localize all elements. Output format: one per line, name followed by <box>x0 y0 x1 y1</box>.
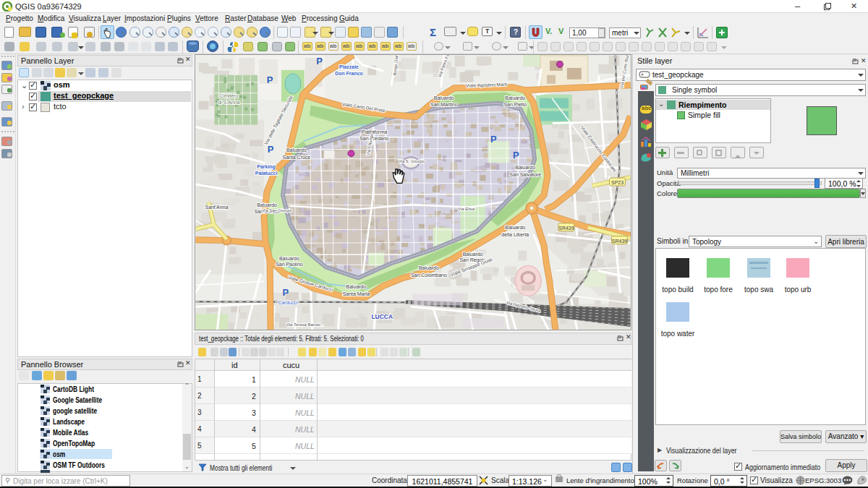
svg-text:Don Franco: Don Franco <box>335 71 363 76</box>
svg-text:P: P <box>513 150 519 160</box>
svg-text:Baluardo: Baluardo <box>505 95 525 100</box>
svg-text:Santa Croce: Santa Croce <box>283 155 311 160</box>
svg-text:Via San Giorgio: Via San Giorgio <box>262 208 292 213</box>
svg-text:P: P <box>268 144 274 155</box>
svg-text:Santa Maria: Santa Maria <box>343 291 370 296</box>
svg-text:Baluardo: Baluardo <box>286 147 307 153</box>
svg-text:SP23: SP23 <box>611 180 624 185</box>
svg-text:San Martino: San Martino <box>430 102 458 107</box>
svg-text:Via S. Giorgio: Via S. Giorgio <box>399 159 425 163</box>
svg-text:di S.Anna: di S.Anna <box>218 100 239 105</box>
svg-text:San Fredano: San Fredano <box>359 136 388 141</box>
svg-text:P: P <box>490 134 497 145</box>
svg-text:San Salvatore: San Salvatore <box>509 172 541 177</box>
svg-text:Via Teresa Bande...: Via Teresa Bande... <box>286 322 324 327</box>
svg-text:San Colombano: San Colombano <box>411 273 447 278</box>
svg-text:P: P <box>283 287 289 298</box>
svg-text:P: P <box>316 56 323 67</box>
svg-text:Cimitero: Cimitero <box>219 93 238 98</box>
svg-text:Carducci: Carducci <box>278 300 298 305</box>
svg-text:SR439: SR439 <box>558 226 574 231</box>
svg-text:Via Elisa: Via Elisa <box>458 207 475 211</box>
svg-text:Baluardo: Baluardo <box>505 225 525 230</box>
svg-text:Parking: Parking <box>257 164 276 170</box>
svg-text:della Libertà: della Libertà <box>501 232 529 237</box>
svg-text:Baluardo: Baluardo <box>346 284 366 289</box>
svg-text:Palatucci: Palatucci <box>255 171 278 176</box>
svg-text:Baluardo: Baluardo <box>463 252 483 257</box>
svg-text:Baluardo: Baluardo <box>434 95 454 100</box>
svg-text:SR439: SR439 <box>612 239 627 244</box>
svg-text:Piattaforma: Piattaforma <box>362 129 388 134</box>
svg-text:P: P <box>267 74 273 85</box>
svg-text:San Paolino: San Paolino <box>276 262 303 267</box>
svg-text:San Pietio: San Pietio <box>503 102 527 107</box>
svg-text:Sant'Anna: Sant'Anna <box>205 205 228 210</box>
svg-text:Plazzale: Plazzale <box>339 64 359 69</box>
svg-text:LUCCA: LUCCA <box>371 313 393 320</box>
svg-text:Baluardo: Baluardo <box>257 202 277 207</box>
svg-text:Baluardo: Baluardo <box>279 256 299 261</box>
svg-text:Baluardo: Baluardo <box>515 165 535 170</box>
svg-text:Baluardo: Baluardo <box>419 265 439 270</box>
